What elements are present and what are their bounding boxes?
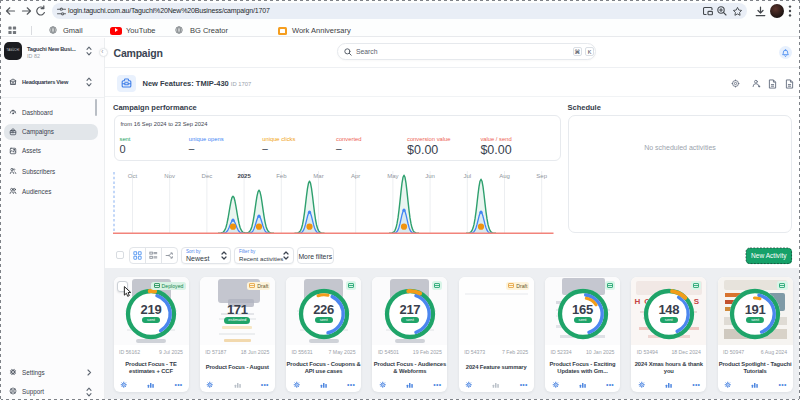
svg-text:Aug: Aug: [499, 173, 510, 179]
svg-text:2025: 2025: [237, 173, 251, 179]
svg-text:Dec: Dec: [202, 173, 213, 179]
svg-text:Jul: Jul: [463, 173, 471, 179]
svg-text:Sep: Sep: [536, 173, 547, 179]
svg-text:Oct: Oct: [128, 173, 138, 179]
svg-text:Nov: Nov: [164, 173, 175, 179]
svg-text:Feb: Feb: [276, 173, 287, 179]
svg-text:Mar: Mar: [313, 173, 323, 179]
svg-text:Apr: Apr: [351, 173, 360, 179]
svg-text:Jun: Jun: [425, 173, 435, 179]
svg-text:May: May: [387, 173, 398, 179]
